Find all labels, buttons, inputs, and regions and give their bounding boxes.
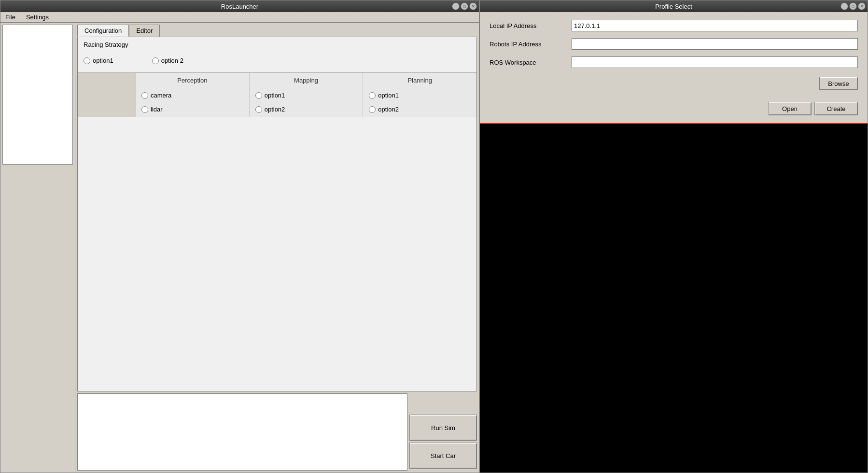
local-ip-row: Local IP Address	[490, 20, 858, 31]
profile-form: Local IP Address Robots IP Address ROS W…	[480, 12, 868, 123]
mapping-title: Mapping	[255, 77, 357, 84]
ros-workspace-row: ROS Workspace	[490, 56, 858, 68]
perception-camera-label: camera	[151, 92, 171, 99]
racing-option1-radio[interactable]	[84, 57, 90, 64]
bottom-right-buttons: Run Sim Start Car	[409, 393, 477, 471]
start-car-button[interactable]: Start Car	[409, 443, 477, 469]
browse-button[interactable]: Browse	[819, 77, 858, 90]
mapping-option1[interactable]: option1	[255, 92, 357, 99]
profile-minimize-button[interactable]: –	[840, 2, 848, 10]
open-button[interactable]: Open	[768, 102, 812, 115]
mapping-option1-radio[interactable]	[255, 92, 262, 99]
perception-camera-radio[interactable]	[141, 92, 148, 99]
mapping-option1-label: option1	[265, 92, 285, 99]
browse-row: Browse	[490, 75, 858, 90]
robots-ip-label: Robots IP Address	[490, 41, 567, 48]
profile-window-controls: – □ ✕	[840, 2, 866, 10]
robots-ip-input[interactable]	[572, 38, 858, 50]
open-create-row: Open Create	[490, 102, 858, 115]
module-spacer	[78, 73, 136, 117]
racing-strategy-options: option1 option 2	[84, 53, 471, 68]
tab-configuration[interactable]: Configuration	[77, 25, 129, 37]
perception-lidar[interactable]: lidar	[141, 106, 243, 113]
planning-option1[interactable]: option1	[369, 92, 471, 99]
ros-launcher-title: RosLauncher	[0, 3, 479, 10]
ros-workspace-input[interactable]	[572, 56, 858, 68]
tab-container: Configuration Editor Racing Strategy opt…	[77, 25, 477, 391]
perception-lidar-label: lidar	[151, 106, 163, 113]
perception-title: Perception	[141, 77, 243, 84]
planning-options: option1 option2	[369, 90, 471, 113]
local-ip-label: Local IP Address	[490, 22, 567, 29]
planning-option2-label: option2	[378, 106, 399, 113]
create-button[interactable]: Create	[814, 102, 858, 115]
main-content: Configuration Editor Racing Strategy opt…	[0, 23, 479, 473]
maximize-button[interactable]: □	[461, 2, 468, 10]
tabs-header: Configuration Editor	[77, 25, 477, 37]
right-area: Configuration Editor Racing Strategy opt…	[75, 23, 479, 473]
planning-title: Planning	[369, 77, 471, 84]
planning-option1-radio[interactable]	[369, 92, 376, 99]
modules-container: Perception camera lidar	[78, 72, 476, 117]
perception-section: Perception camera lidar	[136, 73, 250, 117]
perception-camera[interactable]: camera	[141, 92, 243, 99]
menubar: File Settings	[0, 12, 479, 23]
settings-menu[interactable]: Settings	[23, 13, 52, 22]
sidebar-panel	[2, 25, 73, 165]
mapping-option2-label: option2	[265, 106, 285, 113]
perception-options: camera lidar	[141, 90, 243, 113]
mapping-section: Mapping option1 option2	[250, 73, 364, 117]
profile-select-title: Profile Select	[480, 3, 868, 10]
local-ip-input[interactable]	[572, 20, 858, 31]
minimize-button[interactable]: –	[452, 2, 460, 10]
ros-launcher-window-controls: – □ ✕	[452, 2, 477, 10]
planning-section: Planning option1 option2	[363, 73, 476, 117]
profile-maximize-button[interactable]: □	[849, 2, 857, 10]
ros-workspace-label: ROS Workspace	[490, 59, 567, 66]
robots-ip-row: Robots IP Address	[490, 38, 858, 50]
bottom-area: Run Sim Start Car	[77, 393, 477, 471]
racing-strategy-title: Racing Strategy	[84, 41, 471, 48]
run-sim-button[interactable]: Run Sim	[409, 415, 477, 441]
profile-select-window: Profile Select – □ ✕ Local IP Address Ro…	[479, 0, 868, 473]
file-menu[interactable]: File	[2, 13, 18, 22]
racing-option2-radio[interactable]	[152, 57, 159, 64]
racing-option2-label: option 2	[161, 57, 183, 64]
racing-option1-label: option1	[93, 57, 113, 64]
tab-editor[interactable]: Editor	[129, 25, 160, 37]
perception-lidar-radio[interactable]	[141, 106, 148, 113]
planning-option1-label: option1	[378, 92, 399, 99]
black-display-area	[480, 123, 868, 473]
mapping-option2[interactable]: option2	[255, 106, 357, 113]
profile-titlebar: Profile Select – □ ✕	[480, 0, 868, 12]
tab-content: Racing Strategy option1 option 2	[77, 37, 477, 391]
mapping-options: option1 option2	[255, 90, 357, 113]
mapping-option2-radio[interactable]	[255, 106, 262, 113]
racing-option2[interactable]: option 2	[152, 57, 183, 64]
racing-strategy-section: Racing Strategy option1 option 2	[78, 37, 476, 72]
bottom-left-panel	[77, 393, 407, 471]
planning-option2[interactable]: option2	[369, 106, 471, 113]
profile-close-button[interactable]: ✕	[858, 2, 866, 10]
planning-option2-radio[interactable]	[369, 106, 376, 113]
left-sidebar	[0, 23, 75, 473]
ros-launcher-window: RosLauncher – □ ✕ File Settings Configur…	[0, 0, 479, 473]
racing-option1[interactable]: option1	[84, 57, 113, 64]
close-button[interactable]: ✕	[469, 2, 477, 10]
ros-launcher-titlebar: RosLauncher – □ ✕	[0, 0, 479, 12]
